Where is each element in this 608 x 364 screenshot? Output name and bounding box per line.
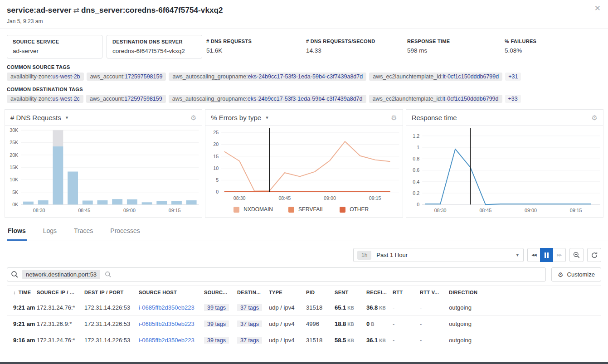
- received-value: 36.8: [366, 304, 378, 311]
- svg-text:08:45: 08:45: [479, 208, 491, 213]
- tag-value: eks-24b9cc17-53f3-1eda-59b4-c3f7439a8d7d: [248, 73, 363, 80]
- chart-title[interactable]: # DNS Requests: [10, 114, 61, 121]
- cell-dest-tags: 37 tags: [237, 304, 269, 311]
- skip-forward-button[interactable]: ▶▶: [553, 248, 566, 262]
- chevron-down-icon[interactable]: ▾: [266, 115, 268, 121]
- legend-item[interactable]: SERVFAIL: [288, 206, 324, 213]
- cell-dest-ip: 172.31.14.226:53: [84, 320, 139, 327]
- column-header-12[interactable]: DIRECTION: [449, 290, 601, 295]
- chart-title[interactable]: % Errors by type: [211, 114, 261, 121]
- cell-sent: 58.5KB: [335, 337, 366, 344]
- column-header-6[interactable]: TYPE: [269, 290, 306, 295]
- skip-back-button[interactable]: ◀◀: [527, 248, 540, 262]
- bottom-scroll-bar[interactable]: [0, 362, 608, 364]
- table-row[interactable]: 9:21 am172.31.24.76:*172.31.14.226:53i-0…: [7, 299, 601, 315]
- table-row[interactable]: 9:16 am172.31.24.76:*172.31.14.226:53i-0…: [7, 332, 601, 348]
- tag-chip[interactable]: aws_autoscaling_groupname:eks-24b9cc17-5…: [169, 73, 366, 81]
- summary-box-label: DESTINATION DNS SERVER: [112, 39, 196, 44]
- gear-icon[interactable]: ⚙: [190, 114, 196, 121]
- chart-header: Response time⚙: [406, 110, 603, 125]
- more-tags-chip[interactable]: +31: [505, 73, 521, 81]
- tag-chip[interactable]: availability-zone:us-west-2c: [7, 95, 83, 103]
- cell-type: udp / ipv4: [269, 337, 306, 344]
- tag-chip[interactable]: availability-zone:us-west-2b: [7, 73, 84, 81]
- cell-dest-tags: 37 tags: [237, 337, 269, 344]
- search-input[interactable]: network.destination.port:53: [7, 267, 546, 281]
- chevron-down-icon[interactable]: ▾: [66, 115, 68, 121]
- tag-chip[interactable]: aws_account:172597598159: [87, 73, 166, 81]
- tab-flows[interactable]: Flows: [7, 221, 27, 241]
- dest-tags-chip[interactable]: 37 tags: [237, 304, 262, 311]
- column-header-7[interactable]: PID: [306, 290, 335, 295]
- tag-chip[interactable]: aws_ec2launchtemplate_id:lt-0cf1c150dddb…: [369, 73, 502, 81]
- legend-item[interactable]: OTHER: [340, 206, 369, 213]
- chart-plot-2: 00.20.40.60.811.208:3008:4509:0009:15: [406, 126, 603, 217]
- cell-dest-tags: 37 tags: [237, 320, 269, 327]
- column-header-10[interactable]: RTT: [393, 290, 420, 295]
- svg-text:08:30: 08:30: [233, 195, 246, 201]
- legend-label: NXDOMAIN: [243, 206, 273, 213]
- close-icon[interactable]: ✕: [594, 5, 601, 12]
- search-filter-chip[interactable]: network.destination.port:53: [22, 270, 100, 279]
- source-host-link[interactable]: i-0685ffb2d350eb223: [139, 304, 195, 311]
- cell-rtt-var: -: [420, 320, 449, 327]
- cell-source-tags: 39 tags: [204, 320, 237, 327]
- time-range-select[interactable]: 1h Past 1 Hour ▾: [353, 248, 524, 262]
- svg-text:08:30: 08:30: [434, 208, 446, 213]
- column-header-4[interactable]: SOURC...: [204, 290, 237, 295]
- source-host-link[interactable]: i-0685ffb2d350eb223: [139, 320, 195, 327]
- zoom-out-button[interactable]: [569, 248, 584, 262]
- dest-tags-chip[interactable]: 37 tags: [237, 337, 262, 344]
- tag-chip[interactable]: aws_account:172597598159: [86, 95, 166, 103]
- source-tags-chip[interactable]: 39 tags: [204, 304, 229, 311]
- column-header-3[interactable]: SOURCE HOST: [139, 290, 204, 295]
- destination-endpoint: dns_server:coredns-6f647f5754-vkxq2: [81, 6, 223, 15]
- tab-logs[interactable]: Logs: [42, 221, 58, 241]
- dest-tags-chip[interactable]: 37 tags: [237, 320, 262, 327]
- source-host-link[interactable]: i-0685ffb2d350eb223: [139, 337, 195, 344]
- svg-text:09:00: 09:00: [123, 208, 136, 213]
- time-controls-row: 1h Past 1 Hour ▾ ◀◀ ▶▶: [7, 248, 601, 262]
- column-header-8[interactable]: SENT: [335, 290, 366, 295]
- source-tags-chip[interactable]: 39 tags: [204, 320, 229, 327]
- column-header-11[interactable]: RTT V...: [420, 290, 449, 295]
- tab-processes[interactable]: Processes: [109, 221, 141, 241]
- pause-button[interactable]: [540, 248, 553, 262]
- common-source-tags-section: COMMON SOURCE TAGS availability-zone:us-…: [7, 64, 601, 81]
- chart-title[interactable]: Response time: [412, 114, 457, 121]
- cell-source-tags: 39 tags: [204, 304, 237, 311]
- time-range-label: Past 1 Hour: [376, 252, 408, 258]
- cell-source-host: i-0685ffb2d350eb223: [139, 337, 204, 344]
- column-header-0[interactable]: ↓TIME: [7, 290, 37, 295]
- playback-button-group: ◀◀ ▶▶: [527, 248, 566, 262]
- legend-item[interactable]: NXDOMAIN: [233, 206, 273, 213]
- tag-chip[interactable]: aws_ec2launchtemplate_id:lt-0cf1c150dddb…: [369, 95, 502, 103]
- gear-icon[interactable]: ⚙: [592, 114, 598, 121]
- refresh-button[interactable]: [587, 248, 601, 262]
- chart-legend: NXDOMAINSERVFAILOTHER: [205, 205, 402, 215]
- tag-key: aws_autoscaling_groupname:: [172, 96, 248, 102]
- gear-icon: ⚙: [558, 272, 564, 278]
- cell-sent: 18.8KB: [335, 320, 366, 327]
- table-row[interactable]: 9:21 am172.31.26.9:*172.31.14.226:53i-06…: [7, 315, 601, 332]
- summary-stat-0: # DNS REQUESTS51.6K: [206, 35, 306, 58]
- gear-icon[interactable]: ⚙: [391, 114, 397, 121]
- more-tags-chip[interactable]: +33: [505, 95, 521, 103]
- cell-source-ip: 172.31.24.76:*: [37, 337, 84, 344]
- summary-stat-value: 598 ms: [407, 47, 503, 54]
- sent-unit: KB: [347, 322, 354, 327]
- cell-dest-ip: 172.31.14.226:53: [84, 337, 139, 344]
- tab-traces[interactable]: Traces: [73, 221, 94, 241]
- tag-value: 172597598159: [125, 73, 162, 80]
- source-tags-chip[interactable]: 39 tags: [204, 337, 229, 344]
- column-header-1[interactable]: SOURCE IP / ...: [37, 290, 84, 295]
- svg-text:08:45: 08:45: [279, 195, 291, 201]
- search-row: network.destination.port:53 ⚙ Customize: [7, 267, 601, 281]
- column-header-9[interactable]: RECEI...: [366, 290, 393, 295]
- customize-button[interactable]: ⚙ Customize: [551, 267, 601, 281]
- column-header-5[interactable]: DESTIN...: [237, 290, 269, 295]
- common-source-tags-label: COMMON SOURCE TAGS: [7, 64, 601, 70]
- tag-chip[interactable]: aws_autoscaling_groupname:eks-24b9cc17-5…: [169, 95, 366, 103]
- summary-box-0: SOURCE SERVICEad-server: [7, 35, 102, 58]
- column-header-2[interactable]: DEST IP / PORT: [84, 290, 139, 295]
